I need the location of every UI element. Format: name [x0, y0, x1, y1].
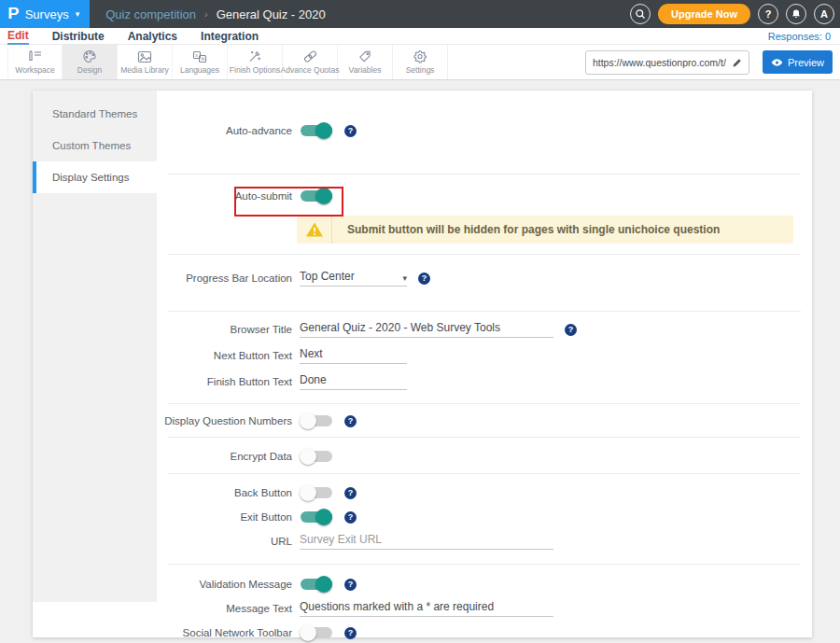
browser-title-label: Browser Title — [157, 324, 292, 335]
languages-icon: xA — [192, 50, 207, 63]
svg-text:A: A — [202, 56, 205, 62]
topbar-actions: Upgrade Now ? A — [630, 4, 840, 24]
display-question-numbers-help-icon[interactable]: ? — [344, 415, 357, 427]
encrypt-data-toggle[interactable] — [300, 447, 333, 466]
breadcrumb-survey-name: General Quiz - 2020 — [217, 7, 326, 21]
responses-count[interactable]: Responses: 0 — [768, 31, 831, 42]
search-button[interactable] — [630, 4, 651, 24]
back-button-label: Back Button — [157, 487, 292, 498]
toolbar-item-finish-options[interactable]: Finish Options — [228, 45, 283, 79]
finish-options-icon — [247, 49, 262, 63]
pencil-icon — [732, 57, 743, 68]
social-toolbar-toggle[interactable] — [300, 623, 333, 642]
progress-bar-label: Progress Bar Location — [157, 273, 292, 284]
tab-distribute[interactable]: Distribute — [52, 29, 105, 44]
validation-message-help-icon[interactable]: ? — [344, 579, 357, 591]
auto-advance-row: Auto-advance ? — [157, 120, 812, 141]
toolbar-right: https://www.questionpro.com/t/APNrFZ Pre… — [585, 45, 840, 79]
auto-advance-help-icon[interactable]: ? — [344, 125, 357, 137]
sidebar-item-custom-themes[interactable]: Custom Themes — [33, 130, 157, 161]
encrypt-data-label: Encrypt Data — [157, 451, 292, 462]
back-button-help-icon[interactable]: ? — [344, 487, 357, 499]
display-question-numbers-label: Display Question Numbers — [157, 415, 292, 426]
design-settings-card: Standard Themes Custom Themes Display Se… — [33, 91, 812, 637]
message-text-row: Message Text Questions marked with a * a… — [157, 596, 812, 621]
exit-url-row: URL Survey Exit URL — [157, 529, 812, 553]
questionpro-logo-icon: P — [7, 7, 19, 21]
toolbar-item-media-library[interactable]: Media Library — [118, 45, 173, 79]
topbar: P Surveys ▾ Quiz competition › General Q… — [0, 0, 840, 28]
finish-button-text-label: Finish Button Text — [157, 376, 292, 387]
validation-message-label: Validation Message — [157, 579, 292, 590]
breadcrumb: Quiz competition › General Quiz - 2020 — [105, 7, 326, 21]
progress-bar-row: Progress Bar Location Top Center▾ ? — [157, 266, 812, 290]
auto-submit-row: Auto-submit — [157, 182, 812, 210]
media-library-icon — [137, 50, 152, 63]
bell-icon — [791, 8, 802, 20]
exit-button-toggle[interactable] — [300, 508, 333, 526]
exit-button-help-icon[interactable]: ? — [344, 511, 357, 524]
auto-submit-warning: Submit button will be hidden for pages w… — [297, 216, 793, 244]
message-text-label: Message Text — [157, 603, 292, 614]
tab-analytics[interactable]: Analytics — [128, 29, 177, 44]
progress-bar-select[interactable]: Top Center▾ — [300, 270, 407, 287]
browser-title-help-icon[interactable]: ? — [565, 324, 577, 336]
exit-url-input[interactable]: Survey Exit URL — [300, 533, 553, 550]
breadcrumb-folder[interactable]: Quiz competition — [105, 7, 196, 21]
toolbar-item-languages[interactable]: xA Languages — [173, 45, 228, 79]
edit-url-button[interactable] — [726, 51, 749, 74]
auto-submit-label: Auto-submit — [157, 190, 292, 202]
design-icon — [82, 49, 97, 63]
auto-advance-label: Auto-advance — [157, 125, 292, 136]
survey-url[interactable]: https://www.questionpro.com/t/APNrFZ — [586, 57, 726, 68]
toolbar-item-design[interactable]: Design — [63, 45, 118, 79]
social-toolbar-label: Social Network Toolbar — [157, 627, 292, 638]
sidebar-item-standard-themes[interactable]: Standard Themes — [33, 98, 157, 130]
survey-url-box: https://www.questionpro.com/t/APNrFZ — [585, 50, 749, 75]
browser-title-input[interactable]: General Quiz - 2020 - Web Survey Tools — [300, 321, 553, 338]
sidebar-item-display-settings[interactable]: Display Settings — [33, 161, 157, 193]
encrypt-data-row: Encrypt Data — [157, 444, 812, 468]
toolbar-item-workspace[interactable]: Workspace — [7, 45, 63, 79]
auto-advance-toggle[interactable] — [300, 121, 333, 140]
validation-message-toggle[interactable] — [300, 575, 333, 594]
notifications-button[interactable] — [786, 4, 806, 24]
tab-edit[interactable]: Edit — [7, 28, 29, 45]
display-question-numbers-toggle[interactable] — [300, 412, 333, 430]
toolbar-item-settings[interactable]: Settings — [393, 45, 448, 79]
help-button[interactable]: ? — [758, 4, 778, 24]
avatar[interactable]: A — [814, 4, 834, 24]
upgrade-now-button[interactable]: Upgrade Now — [658, 4, 750, 24]
next-button-text-row: Next Button Text Next — [157, 343, 812, 368]
social-toolbar-help-icon[interactable]: ? — [344, 627, 357, 639]
finish-button-text-input[interactable]: Done — [300, 373, 407, 390]
settings-icon — [413, 49, 427, 63]
next-button-text-input[interactable]: Next — [300, 347, 407, 364]
surveys-menu-label: Surveys — [25, 7, 69, 21]
avatar-initial: A — [820, 8, 828, 20]
message-text-input[interactable]: Questions marked with a * are required — [300, 600, 553, 617]
progress-bar-help-icon[interactable]: ? — [418, 273, 430, 285]
surveys-menu[interactable]: P Surveys ▾ — [0, 0, 90, 28]
display-settings-panel: Auto-advance ? Auto-submit Submit button… — [157, 91, 812, 637]
toolbar-item-variables[interactable]: Variables — [338, 45, 393, 79]
dropdown-caret-icon: ▾ — [402, 273, 407, 283]
tab-integration[interactable]: Integration — [201, 29, 259, 44]
chevron-down-icon: ▾ — [76, 9, 80, 19]
design-sidebar: Standard Themes Custom Themes Display Se… — [33, 91, 157, 637]
svg-text:x: x — [195, 52, 198, 58]
back-button-toggle[interactable] — [300, 483, 333, 502]
auto-submit-toggle[interactable] — [300, 187, 333, 205]
edit-toolbar: Workspace Design Media Library xA Langua… — [0, 45, 840, 80]
exit-url-label: URL — [157, 536, 292, 547]
back-button-row: Back Button ? — [157, 481, 812, 505]
advance-quotas-icon — [302, 49, 318, 63]
variables-icon — [357, 49, 372, 63]
exit-button-row: Exit Button ? — [157, 505, 812, 529]
preview-button[interactable]: Preview — [763, 50, 833, 74]
breadcrumb-separator: › — [204, 8, 208, 20]
page-background: Standard Themes Custom Themes Display Se… — [0, 80, 840, 643]
validation-message-row: Validation Message ? — [157, 572, 812, 596]
next-button-text-label: Next Button Text — [157, 350, 292, 361]
toolbar-item-advance-quotas[interactable]: Advance Quotas — [283, 45, 338, 79]
